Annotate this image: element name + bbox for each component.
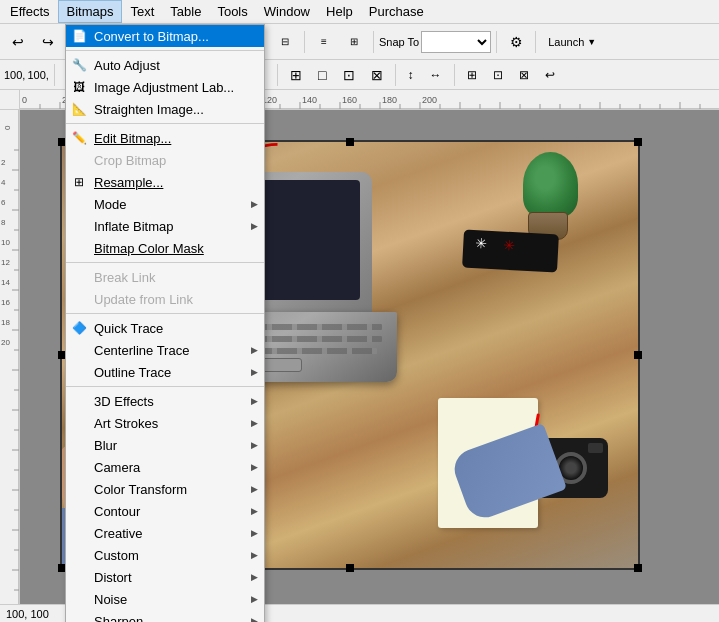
menu-label-23: Camera [94,460,140,475]
menu-item-image-adjustment-lab[interactable]: 🖼Image Adjustment Lab... [66,76,264,98]
handle-rm[interactable] [634,351,642,359]
settings-button[interactable]: ⚙ [502,28,530,56]
toolbar-sep-5 [373,31,374,53]
menu-label-2: Auto Adjust [94,58,160,73]
svg-text:20: 20 [1,338,10,347]
menu-separator-1 [66,50,264,51]
menu-item-bitmap-color-mask[interactable]: Bitmap Color Mask [66,237,264,259]
menu-item-outline-trace[interactable]: Outline Trace [66,361,264,383]
menu-label-28: Distort [94,570,132,585]
bitmap-btn-10[interactable]: ↩ [538,63,562,87]
menu-item-contour[interactable]: Contour [66,500,264,522]
align-button[interactable]: ≡ [310,28,338,56]
redo-button[interactable]: ↪ [34,28,62,56]
menu-label-29: Noise [94,592,127,607]
menu-item-edit-bitmap[interactable]: ✏️Edit Bitmap... [66,127,264,149]
bitmap-btn-6[interactable]: ↔ [423,63,449,87]
handle-bm[interactable] [346,564,354,572]
menu-separator-15 [66,313,264,314]
menu-item-camera[interactable]: Camera [66,456,264,478]
bitmap-sep-4 [454,64,455,86]
menu-item-convert-to-bitmap[interactable]: 📄Convert to Bitmap... [66,25,264,47]
bitmap-btn-7[interactable]: ⊞ [460,63,484,87]
menu-window[interactable]: Window [256,0,318,23]
menu-tools[interactable]: Tools [209,0,255,23]
bitmap-sep-2 [277,64,278,86]
menu-separator-12 [66,262,264,263]
menu-item-color-transform[interactable]: Color Transform [66,478,264,500]
menu-separator-19 [66,386,264,387]
svg-text:10: 10 [1,238,10,247]
menu-table[interactable]: Table [162,0,209,23]
distribute-button[interactable]: ⊞ [340,28,368,56]
menu-item-art-strokes[interactable]: Art Strokes [66,412,264,434]
menu-item-blur[interactable]: Blur [66,434,264,456]
ungroup-button[interactable]: ⊟ [271,28,299,56]
coord-display: 100, 100, [4,69,49,81]
menu-icon-0: 📄 [70,27,88,45]
snap-to-select[interactable] [421,31,491,53]
svg-text:200: 200 [422,95,437,105]
menu-bitmaps[interactable]: Bitmaps [58,0,123,23]
menu-icon-4: 📐 [70,100,88,118]
bitmaps-dropdown: 📄Convert to Bitmap...🔧Auto Adjust🖼Image … [65,24,265,622]
menu-help[interactable]: Help [318,0,361,23]
menu-icon-2: 🔧 [70,56,88,74]
menu-icon-6: ✏️ [70,129,88,147]
menu-item-straighten-image[interactable]: 📐Straighten Image... [66,98,264,120]
svg-text:6: 6 [1,198,6,207]
svg-text:180: 180 [382,95,397,105]
menu-item-distort[interactable]: Distort [66,566,264,588]
handle-br[interactable] [634,564,642,572]
menu-item-noise[interactable]: Noise [66,588,264,610]
svg-text:4: 4 [1,178,6,187]
handle-tr[interactable] [634,138,642,146]
menu-label-25: Contour [94,504,140,519]
menu-label-21: Art Strokes [94,416,158,431]
svg-text:2: 2 [1,158,6,167]
menu-effects[interactable]: Effects [2,0,58,23]
menu-item-3d-effects[interactable]: 3D Effects [66,390,264,412]
svg-text:0: 0 [3,125,12,130]
menu-label-8: Resample... [94,175,163,190]
menu-item-creative[interactable]: Creative [66,522,264,544]
svg-text:0: 0 [22,95,27,105]
menu-item-crop-bitmap: Crop Bitmap [66,149,264,171]
bitmap-btn-1[interactable]: ⊞ [283,63,309,87]
bitmap-btn-4[interactable]: ⊠ [364,63,390,87]
menu-label-14: Update from Link [94,292,193,307]
menu-label-4: Straighten Image... [94,102,204,117]
toolbar-sep-7 [535,31,536,53]
bitmap-btn-3[interactable]: ⊡ [336,63,362,87]
menu-label-11: Bitmap Color Mask [94,241,204,256]
bitmap-sep-1 [54,64,55,86]
menu-label-30: Sharpen [94,614,143,623]
bitmap-btn-5[interactable]: ↕ [401,63,421,87]
bitmap-btn-8[interactable]: ⊡ [486,63,510,87]
menu-item-centerline-trace[interactable]: Centerline Trace [66,339,264,361]
pencil-case: ✳ ✳ [462,230,559,273]
menu-icon-8: ⊞ [70,173,88,191]
menu-purchase[interactable]: Purchase [361,0,432,23]
menu-label-3: Image Adjustment Lab... [94,80,234,95]
menu-label-10: Inflate Bitmap [94,219,174,234]
plant [518,152,578,240]
menu-item-inflate-bitmap[interactable]: Inflate Bitmap [66,215,264,237]
menu-item-auto-adjust[interactable]: 🔧Auto Adjust [66,54,264,76]
menu-item-mode[interactable]: Mode [66,193,264,215]
menu-item-quick-trace[interactable]: 🔷Quick Trace [66,317,264,339]
bitmap-btn-9[interactable]: ⊠ [512,63,536,87]
menu-text[interactable]: Text [122,0,162,23]
menu-item-custom[interactable]: Custom [66,544,264,566]
undo-button[interactable]: ↩ [4,28,32,56]
svg-text:12: 12 [1,258,10,267]
handle-tm[interactable] [346,138,354,146]
menu-label-0: Convert to Bitmap... [94,29,209,44]
menu-item-break-link: Break Link [66,266,264,288]
menu-label-6: Edit Bitmap... [94,131,171,146]
menu-item-resample[interactable]: ⊞Resample... [66,171,264,193]
menu-label-9: Mode [94,197,127,212]
bitmap-btn-2[interactable]: □ [311,63,333,87]
launch-button[interactable]: Launch ▼ [541,28,603,56]
menu-item-sharpen[interactable]: Sharpen [66,610,264,622]
